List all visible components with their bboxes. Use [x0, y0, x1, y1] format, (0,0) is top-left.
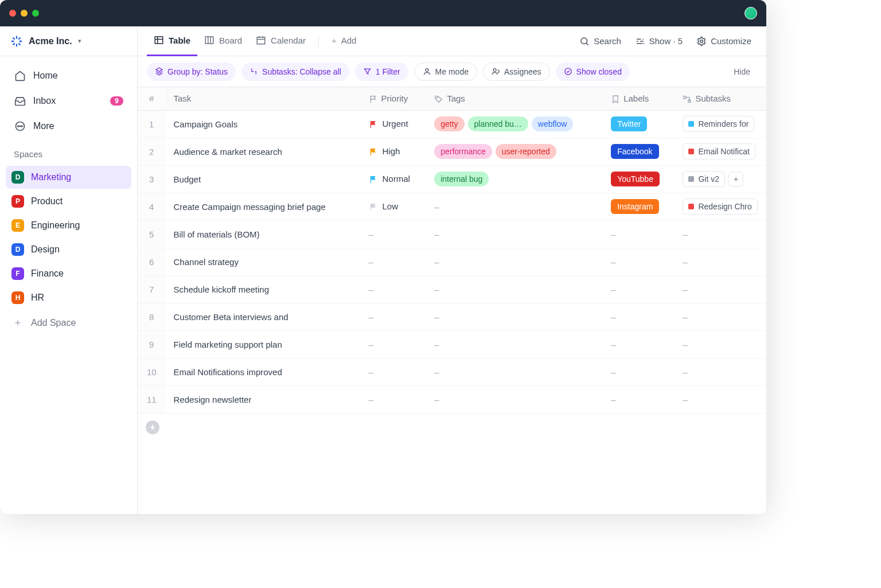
add-space-button[interactable]: + Add Space — [6, 311, 131, 334]
subtasks-cell[interactable]: – — [675, 303, 766, 330]
table-row[interactable]: 7Schedule kickoff meeting–––– — [138, 275, 766, 303]
task-name-cell[interactable]: Customer Beta interviews and — [166, 303, 361, 330]
tags-cell[interactable]: – — [426, 193, 603, 220]
task-name-cell[interactable]: Audience & market research — [166, 138, 361, 165]
priority-cell[interactable]: – — [361, 358, 427, 385]
priority-cell[interactable]: – — [361, 275, 427, 303]
show-closed-pill[interactable]: Show closed — [556, 63, 630, 81]
tags-cell[interactable]: performanceuser-reported — [426, 138, 603, 165]
hide-filters-button[interactable]: Hide — [727, 67, 757, 76]
space-item-marketing[interactable]: DMarketing — [6, 166, 131, 189]
col-num[interactable]: # — [138, 87, 166, 110]
subtask-chip[interactable]: Git v2 — [683, 171, 725, 187]
tag-chip[interactable]: planned bu… — [468, 116, 528, 131]
labels-cell[interactable]: – — [603, 330, 675, 358]
labels-cell[interactable]: Facebook — [603, 138, 675, 165]
priority-cell[interactable]: Low — [361, 193, 427, 220]
col-subtasks[interactable]: Subtasks — [675, 87, 766, 110]
tags-cell[interactable]: – — [426, 385, 603, 413]
labels-cell[interactable]: Instagram — [603, 193, 675, 220]
nav-home[interactable]: Home — [8, 64, 129, 87]
task-name-cell[interactable]: Create Campaign messaging brief page — [166, 193, 361, 220]
task-name-cell[interactable]: Field marketing support plan — [166, 330, 361, 358]
tags-cell[interactable]: – — [426, 303, 603, 330]
table-row[interactable]: 2Audience & market researchHighperforman… — [138, 138, 766, 165]
subtask-chip[interactable]: Reminders for — [683, 116, 754, 132]
labels-cell[interactable]: Twitter — [603, 110, 675, 138]
label-chip[interactable]: Facebook — [611, 144, 658, 159]
tags-cell[interactable]: gettyplanned bu…webflow — [426, 110, 603, 138]
user-avatar[interactable] — [744, 7, 757, 20]
subtasks-cell[interactable]: – — [675, 385, 766, 413]
task-name-cell[interactable]: Email Notifications improved — [166, 358, 361, 385]
subtasks-pill[interactable]: Subtasks: Collapse all — [241, 63, 349, 81]
col-tags[interactable]: Tags — [426, 87, 603, 110]
tab-table[interactable]: Table — [147, 26, 197, 56]
space-item-finance[interactable]: FFinance — [6, 262, 131, 285]
nav-inbox[interactable]: Inbox 9 — [8, 89, 129, 112]
labels-cell[interactable]: – — [603, 385, 675, 413]
tab-board[interactable]: Board — [197, 26, 249, 56]
subtasks-cell[interactable]: – — [675, 248, 766, 275]
tag-chip[interactable]: internal bug — [434, 172, 489, 186]
priority-cell[interactable]: – — [361, 303, 427, 330]
subtasks-cell[interactable]: – — [675, 358, 766, 385]
tag-chip[interactable]: getty — [434, 116, 464, 131]
tags-cell[interactable]: – — [426, 248, 603, 275]
maximize-window[interactable] — [32, 10, 39, 17]
customize-button[interactable]: Customize — [691, 36, 757, 46]
priority-cell[interactable]: Normal — [361, 165, 427, 193]
subtasks-cell[interactable]: – — [675, 220, 766, 248]
col-labels[interactable]: Labels — [603, 87, 675, 110]
table-row[interactable]: 3BudgetNormalinternal bugYouTubbeGit v2+ — [138, 165, 766, 193]
priority-cell[interactable]: – — [361, 248, 427, 275]
space-item-hr[interactable]: HHR — [6, 286, 131, 309]
space-item-product[interactable]: PProduct — [6, 190, 131, 213]
tab-calendar[interactable]: Calendar — [249, 26, 313, 56]
subtask-chip[interactable]: Email Notificat — [683, 143, 755, 159]
task-name-cell[interactable]: Redesign newsletter — [166, 385, 361, 413]
priority-cell[interactable]: Urgent — [361, 110, 427, 138]
subtasks-cell[interactable]: – — [675, 330, 766, 358]
col-task[interactable]: Task — [166, 87, 361, 110]
priority-cell[interactable]: – — [361, 220, 427, 248]
filter-pill[interactable]: 1 Filter — [355, 63, 408, 81]
group-by-pill[interactable]: Group by: Status — [147, 63, 236, 81]
tags-cell[interactable]: internal bug — [426, 165, 603, 193]
labels-cell[interactable]: YouTubbe — [603, 165, 675, 193]
tag-chip[interactable]: webflow — [532, 116, 574, 131]
table-row[interactable]: 8Customer Beta interviews and–––– — [138, 303, 766, 330]
subtask-chip[interactable]: Redesign Chro — [683, 198, 757, 215]
tags-cell[interactable]: – — [426, 220, 603, 248]
space-item-design[interactable]: DDesign — [6, 238, 131, 261]
table-row[interactable]: 10Email Notifications improved–––– — [138, 358, 766, 385]
add-view-button[interactable]: + Add — [325, 26, 363, 56]
subtasks-cell[interactable]: Git v2+ — [675, 165, 766, 193]
task-name-cell[interactable]: Campaign Goals — [166, 110, 361, 138]
tags-cell[interactable]: – — [426, 358, 603, 385]
label-chip[interactable]: Twitter — [611, 116, 647, 131]
add-subtask-button[interactable]: + — [728, 172, 743, 186]
me-mode-pill[interactable]: Me mode — [414, 63, 477, 81]
table-row[interactable]: 11Redesign newsletter–––– — [138, 385, 766, 413]
tag-chip[interactable]: performance — [434, 144, 492, 159]
label-chip[interactable]: YouTubbe — [611, 172, 660, 186]
nav-more[interactable]: More — [8, 115, 129, 138]
task-name-cell[interactable]: Bill of materials (BOM) — [166, 220, 361, 248]
subtasks-cell[interactable]: – — [675, 275, 766, 303]
table-row[interactable]: 6Channel strategy–––– — [138, 248, 766, 275]
col-priority[interactable]: Priority — [361, 87, 427, 110]
table-row[interactable]: 5Bill of materials (BOM)–––– — [138, 220, 766, 248]
priority-cell[interactable]: – — [361, 330, 427, 358]
labels-cell[interactable]: – — [603, 303, 675, 330]
subtasks-cell[interactable]: Redesign Chro — [675, 193, 766, 220]
search-button[interactable]: Search — [574, 36, 627, 46]
table-row[interactable]: 1Campaign GoalsUrgentgettyplanned bu…web… — [138, 110, 766, 138]
labels-cell[interactable]: – — [603, 275, 675, 303]
tag-chip[interactable]: user-reported — [496, 144, 556, 159]
labels-cell[interactable]: – — [603, 358, 675, 385]
priority-cell[interactable]: High — [361, 138, 427, 165]
table-row[interactable]: 9Field marketing support plan–––– — [138, 330, 766, 358]
space-item-engineering[interactable]: EEngineering — [6, 214, 131, 237]
tags-cell[interactable]: – — [426, 275, 603, 303]
